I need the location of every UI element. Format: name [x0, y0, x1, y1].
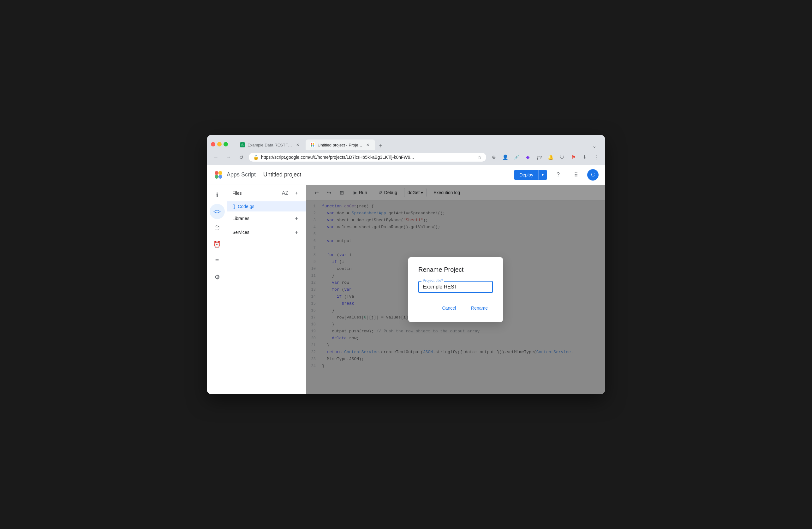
- tab-2-title: Untitled project - Project Editor: [318, 143, 362, 147]
- modal-overlay: Rename Project Project title* Cancel Ren…: [306, 185, 605, 394]
- sidebar-triggers-button[interactable]: ⏱: [209, 220, 225, 235]
- alert-icon-btn[interactable]: ⚑: [568, 152, 578, 162]
- maximize-window-button[interactable]: [223, 142, 228, 146]
- security-icon: 🔒: [253, 155, 259, 160]
- back-button[interactable]: ←: [211, 152, 221, 162]
- sidebar-settings-button[interactable]: ⚙: [209, 269, 225, 285]
- file-name: Code.gs: [238, 204, 254, 209]
- files-title: Files: [232, 191, 278, 196]
- new-tab-button[interactable]: +: [376, 142, 385, 150]
- svg-point-8: [218, 171, 222, 175]
- browser-chrome: S Example Data RESTFul API - Go... ✕: [207, 135, 605, 165]
- apps-script-logo: [214, 170, 223, 180]
- cancel-button[interactable]: Cancel: [437, 303, 461, 313]
- browser-tab-2[interactable]: Untitled project - Project Editor ✕: [306, 139, 375, 150]
- tab-2-close-button[interactable]: ✕: [365, 142, 371, 148]
- files-panel: Files AZ + {} Code.gs Libraries + Servic…: [227, 185, 306, 394]
- project-title-field-label: Project title*: [421, 278, 444, 283]
- url-display: https://script.google.com/u/0/home/proje…: [261, 155, 475, 160]
- forward-button[interactable]: →: [223, 152, 234, 162]
- tab-2-favicon: [310, 142, 315, 147]
- files-header: Files AZ +: [227, 185, 306, 201]
- svg-point-10: [218, 175, 222, 179]
- code-icon-btn[interactable]: ƒ?: [534, 152, 544, 162]
- tab-1-title: Example Data RESTFul API - Go...: [247, 143, 292, 147]
- svg-point-7: [215, 171, 218, 175]
- svg-point-5: [311, 145, 313, 147]
- deploy-button[interactable]: Deploy ▾: [514, 170, 547, 180]
- deploy-label: Deploy: [514, 170, 538, 180]
- sidebar-overview-button[interactable]: ℹ: [209, 188, 225, 203]
- add-library-button[interactable]: +: [292, 214, 301, 223]
- add-file-button[interactable]: +: [292, 189, 301, 197]
- tab-overflow-button[interactable]: ⌄: [590, 142, 598, 150]
- project-title-field: Project title*: [418, 281, 493, 293]
- sidebar-executions-button[interactable]: ⏰: [209, 237, 225, 252]
- shield-icon-btn[interactable]: 🛡: [557, 152, 567, 162]
- help-button[interactable]: ?: [552, 168, 565, 181]
- browser-tab-1[interactable]: S Example Data RESTFul API - Go... ✕: [235, 139, 305, 150]
- editor-area: ℹ <> ⏱ ⏰ ≡ ⚙ Files AZ + {} Code.gs: [207, 185, 605, 394]
- sidebar: ℹ <> ⏱ ⏰ ≡ ⚙: [207, 185, 227, 394]
- rename-button[interactable]: Rename: [466, 303, 493, 313]
- url-box[interactable]: 🔒 https://script.google.com/u/0/home/pro…: [249, 153, 486, 162]
- svg-point-4: [313, 143, 315, 145]
- modal-actions: Cancel Rename: [418, 303, 493, 313]
- browser-window: S Example Data RESTFul API - Go... ✕: [207, 135, 605, 394]
- add-service-button[interactable]: +: [292, 228, 301, 237]
- sort-files-button[interactable]: AZ: [281, 189, 290, 197]
- traffic-lights: [211, 142, 228, 146]
- app-logo: Apps Script: [214, 170, 256, 180]
- user-avatar[interactable]: C: [587, 169, 598, 180]
- sidebar-editor-button[interactable]: <>: [209, 204, 225, 219]
- title-bar: S Example Data RESTFul API - Go... ✕: [207, 135, 605, 150]
- tab-1-favicon: S: [240, 142, 245, 147]
- tabs-bar: S Example Data RESTFul API - Go... ✕: [233, 139, 601, 150]
- rename-project-modal: Rename Project Project title* Cancel Ren…: [408, 257, 503, 322]
- apps-grid-button[interactable]: ⠿: [569, 168, 582, 181]
- app-header: Apps Script Untitled project Deploy ▾ ? …: [207, 165, 605, 185]
- sidebar-outline-button[interactable]: ≡: [209, 253, 225, 268]
- svg-text:S: S: [242, 143, 244, 147]
- puzzle-icon-btn[interactable]: ◆: [523, 152, 533, 162]
- close-window-button[interactable]: [211, 142, 215, 146]
- modal-title: Rename Project: [418, 266, 493, 273]
- services-label: Services: [232, 230, 290, 235]
- libraries-section: Libraries +: [227, 211, 306, 225]
- browser-toolbar-icons: ⊕ 👤 💉 ◆ ƒ? 🔔 🛡 ⚑ ⬇ ⋮: [489, 152, 601, 162]
- bookmark-icon[interactable]: ☆: [478, 155, 482, 160]
- address-bar: ← → ↺ 🔒 https://script.google.com/u/0/ho…: [207, 150, 605, 165]
- project-title-label: Untitled project: [263, 172, 301, 178]
- services-section: Services +: [227, 225, 306, 239]
- project-title-input[interactable]: [423, 284, 489, 290]
- deploy-arrow-icon: ▾: [538, 170, 547, 180]
- svg-point-3: [311, 143, 313, 145]
- svg-point-6: [313, 145, 315, 147]
- code-editor: ↩ ↪ ⊞ ▶ Run ↺ Debug doGet ▾: [306, 185, 605, 394]
- tab-1-close-button[interactable]: ✕: [295, 142, 301, 148]
- svg-rect-2: [310, 142, 315, 147]
- app-area: Apps Script Untitled project Deploy ▾ ? …: [207, 165, 605, 394]
- libraries-label: Libraries: [232, 216, 290, 221]
- extensions-button[interactable]: ⊕: [489, 152, 499, 162]
- menu-button[interactable]: ⋮: [591, 152, 601, 162]
- dropper-icon-btn[interactable]: 💉: [511, 152, 522, 162]
- svg-point-9: [215, 175, 218, 179]
- file-item-code-gs[interactable]: {} Code.gs: [227, 201, 306, 211]
- reload-button[interactable]: ↺: [236, 152, 246, 162]
- download-icon-btn[interactable]: ⬇: [580, 152, 590, 162]
- app-name-label: Apps Script: [227, 172, 256, 178]
- minimize-window-button[interactable]: [217, 142, 222, 146]
- file-icon: {}: [232, 204, 235, 209]
- profile-button[interactable]: 👤: [500, 152, 510, 162]
- bell-icon-btn[interactable]: 🔔: [546, 152, 556, 162]
